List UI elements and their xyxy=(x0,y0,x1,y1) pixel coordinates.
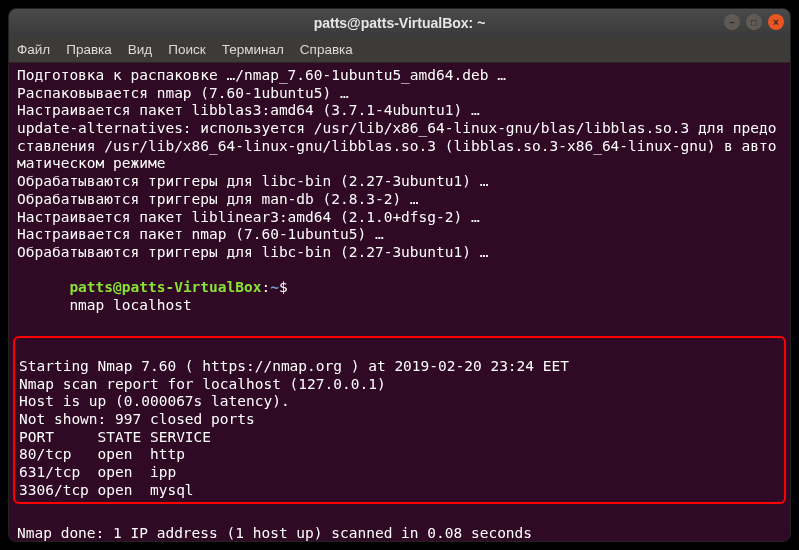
output-line: 631/tcp open ipp xyxy=(19,464,780,482)
menu-edit[interactable]: Правка xyxy=(66,42,112,57)
output-line: update-alternatives: используется /usr/l… xyxy=(17,120,782,173)
window-title: patts@patts-VirtualBox: ~ xyxy=(314,15,486,31)
prompt-path: ~ xyxy=(270,279,279,295)
after-output: Nmap done: 1 IP address (1 host up) scan… xyxy=(17,508,782,543)
output-line: Not shown: 997 closed ports xyxy=(19,411,780,429)
menu-view[interactable]: Вид xyxy=(128,42,152,57)
prompt-user: patts@patts-VirtualBox xyxy=(69,279,261,295)
menu-search[interactable]: Поиск xyxy=(168,42,205,57)
output-line: Host is up (0.000067s latency). xyxy=(19,393,780,411)
menubar: Файл Правка Вид Поиск Терминал Справка xyxy=(9,37,790,63)
terminal-window: patts@patts-VirtualBox: ~ – □ × Файл Пра… xyxy=(8,8,791,542)
output-line: Обрабатываются триггеры для libc-bin (2.… xyxy=(17,173,782,191)
output-line xyxy=(17,508,782,526)
output-line: Настраивается пакет libblas3:amd64 (3.7.… xyxy=(17,102,782,120)
titlebar: patts@patts-VirtualBox: ~ – □ × xyxy=(9,9,790,37)
command-text: nmap localhost xyxy=(69,297,191,313)
menu-file[interactable]: Файл xyxy=(17,42,50,57)
menu-help[interactable]: Справка xyxy=(300,42,353,57)
output-line: PORT STATE SERVICE xyxy=(19,429,780,447)
output-line: 3306/tcp open mysql xyxy=(19,482,780,500)
output-line: Настраивается пакет nmap (7.60-1ubuntu5)… xyxy=(17,226,782,244)
window-controls: – □ × xyxy=(724,14,784,30)
terminal-content[interactable]: Подготовка к распаковке …/nmap_7.60-1ubu… xyxy=(9,63,790,542)
output-line: 80/tcp open http xyxy=(19,446,780,464)
output-line xyxy=(19,340,780,358)
minimize-button[interactable]: – xyxy=(724,14,740,30)
prompt-symbol: $ xyxy=(279,279,288,295)
output-line: Обрабатываются триггеры для libc-bin (2.… xyxy=(17,244,782,262)
output-line: Настраивается пакет liblinear3:amd64 (2.… xyxy=(17,209,782,227)
output-line: Обрабатываются триггеры для man-db (2.8.… xyxy=(17,191,782,209)
prompt-line-1: patts@patts-VirtualBox:~$ nmap localhost xyxy=(17,262,782,333)
output-line: Распаковывается nmap (7.60-1ubuntu5) … xyxy=(17,85,782,103)
menu-terminal[interactable]: Терминал xyxy=(222,42,284,57)
highlighted-output: Starting Nmap 7.60 ( https://nmap.org ) … xyxy=(13,336,786,503)
output-line: Starting Nmap 7.60 ( https://nmap.org ) … xyxy=(19,358,780,376)
output-line: Nmap done: 1 IP address (1 host up) scan… xyxy=(17,525,782,542)
output-line: Подготовка к распаковке …/nmap_7.60-1ubu… xyxy=(17,67,782,85)
maximize-button[interactable]: □ xyxy=(746,14,762,30)
output-line: Nmap scan report for localhost (127.0.0.… xyxy=(19,376,780,394)
output-block: Подготовка к распаковке …/nmap_7.60-1ubu… xyxy=(17,67,782,262)
close-button[interactable]: × xyxy=(768,14,784,30)
